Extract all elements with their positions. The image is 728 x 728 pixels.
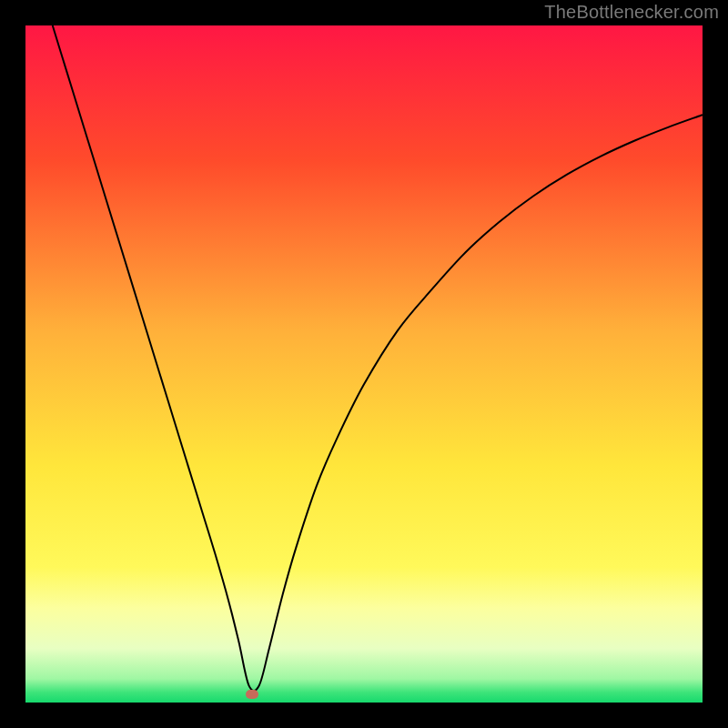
optimal-point-marker xyxy=(246,690,258,699)
plot-area xyxy=(25,25,703,703)
watermark-text: TheBottlenecker.com xyxy=(544,2,719,23)
bottleneck-curve xyxy=(53,25,703,691)
chart-frame: TheBottlenecker.com xyxy=(0,0,728,728)
curve-layer xyxy=(25,25,703,703)
